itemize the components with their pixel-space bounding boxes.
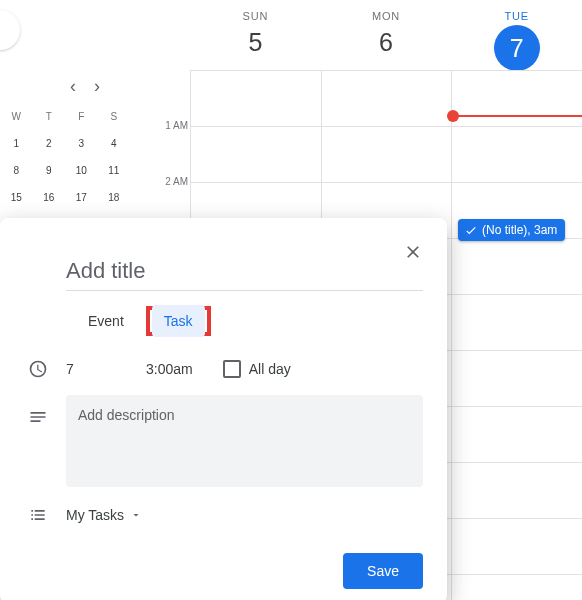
mini-calendar-nav: ‹ › [0,70,130,103]
description-input[interactable]: Add description [66,395,423,487]
save-button[interactable]: Save [343,553,423,589]
mini-day[interactable]: 15 [0,184,33,211]
mini-day[interactable]: 2 [33,130,66,157]
notes-icon [24,407,52,427]
mini-day[interactable]: 9 [33,157,66,184]
week-day-header: SUN 5 MON 6 TUE 7 [190,0,582,70]
mini-day[interactable]: 1 [0,130,33,157]
mini-header: F [65,103,98,130]
now-dot-icon [447,110,459,122]
clock-icon [24,359,52,379]
mini-day[interactable]: 8 [0,157,33,184]
type-tabs: Event Task [76,305,423,337]
create-task-modal: Event Task 7 3:00am All day Add descript… [0,218,447,600]
today-circle[interactable]: 7 [494,25,540,71]
day-column-tue[interactable]: TUE 7 [451,0,582,70]
close-button[interactable] [397,236,429,272]
allday-label: All day [249,361,291,377]
close-icon [403,242,423,262]
hour-label: 2 AM [138,176,188,187]
tasklist-select[interactable]: My Tasks [66,507,142,523]
mini-header: T [33,103,66,130]
mini-day[interactable]: 10 [65,157,98,184]
modal-actions: Save [0,525,447,589]
prev-month-icon[interactable]: ‹ [70,76,76,97]
hour-row[interactable]: 1 AM [190,127,582,183]
task-chip[interactable]: (No title), 3am [458,219,565,241]
tasklist-row: My Tasks [24,505,423,525]
chevron-down-icon [130,509,142,521]
mini-day[interactable]: 4 [98,130,131,157]
now-indicator [453,115,582,117]
hour-row[interactable] [190,71,582,127]
hour-label: 1 AM [138,120,188,131]
mini-header: S [98,103,131,130]
day-name: TUE [451,10,582,22]
task-chip-label: (No title), 3am [482,223,557,237]
title-input[interactable] [66,254,423,291]
day-number-today[interactable]: 7 [451,25,582,71]
tasklist-label: My Tasks [66,507,124,523]
mini-calendar: ‹ › W T F S 1 2 3 4 8 9 10 11 15 16 17 1… [0,70,130,211]
mini-day[interactable]: 3 [65,130,98,157]
allday-toggle[interactable]: All day [223,360,291,378]
day-number[interactable]: 6 [321,28,452,57]
mini-day[interactable]: 18 [98,184,131,211]
annotation-highlight: Task [146,306,211,336]
date-field[interactable]: 7 [66,361,132,377]
day-name: MON [321,10,452,22]
panel-edge-shadow [0,10,20,50]
checkbox-icon[interactable] [223,360,241,378]
mini-day[interactable]: 17 [65,184,98,211]
task-check-icon [464,223,478,237]
day-number[interactable]: 5 [190,28,321,57]
tab-event[interactable]: Event [76,305,136,337]
list-icon [24,505,52,525]
datetime-row: 7 3:00am All day [24,359,423,379]
mini-day[interactable]: 11 [98,157,131,184]
day-column-mon[interactable]: MON 6 [321,0,452,70]
time-field[interactable]: 3:00am [146,361,193,377]
next-month-icon[interactable]: › [94,76,100,97]
day-name: SUN [190,10,321,22]
mini-calendar-grid: W T F S 1 2 3 4 8 9 10 11 15 16 17 18 [0,103,130,211]
tab-task[interactable]: Task [152,305,205,337]
mini-header: W [0,103,33,130]
mini-day[interactable]: 16 [33,184,66,211]
day-column-sun[interactable]: SUN 5 [190,0,321,70]
